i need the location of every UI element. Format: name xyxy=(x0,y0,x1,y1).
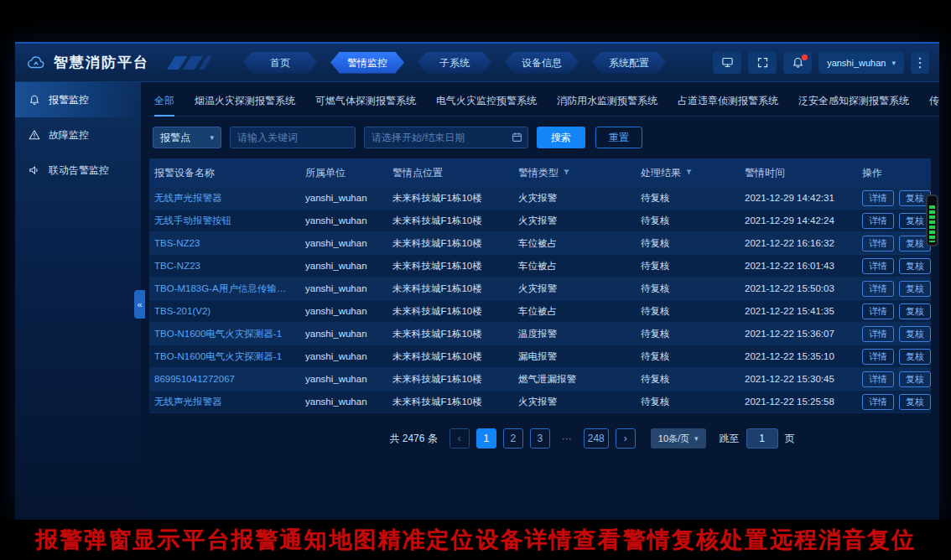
page-button[interactable]: 248 xyxy=(584,428,609,449)
device-name-link[interactable]: TBO-N1600电气火灾探测器-1 xyxy=(149,350,300,363)
system-tab[interactable]: 烟温火灾探测报警系统 xyxy=(195,94,295,108)
sidebar-collapse-handle[interactable]: « xyxy=(134,290,145,319)
nav-subsystems[interactable]: 子系统 xyxy=(418,52,491,74)
time-cell: 2021-12-22 15:36:07 xyxy=(740,329,857,339)
detail-button[interactable]: 详情 xyxy=(862,349,894,365)
review-button[interactable]: 复核 xyxy=(899,303,931,319)
device-name-link[interactable]: 无线声光报警器 xyxy=(149,192,300,205)
main-nav: 首页 警情监控 子系统 设备信息 系统配置 xyxy=(243,52,666,74)
result-cell: 待复核 xyxy=(636,237,740,250)
filter-funnel-icon[interactable] xyxy=(563,167,570,179)
col-alarm-type[interactable]: 警情类型 xyxy=(513,166,636,180)
time-cell: 2021-12-22 16:16:32 xyxy=(740,238,857,248)
sidebar-item-alarm-monitor[interactable]: 报警监控 xyxy=(15,82,141,117)
alarm-type-cell: 温度报警 xyxy=(513,328,636,340)
reset-button[interactable]: 重置 xyxy=(595,127,642,148)
system-tab[interactable]: 全部 xyxy=(154,94,174,108)
prev-page-button[interactable]: ‹ xyxy=(450,428,470,449)
sidebar-item-linkage-alarm-monitor[interactable]: 联动告警监控 xyxy=(15,153,141,188)
sidebar-item-fault-monitor[interactable]: 故障监控 xyxy=(15,117,141,153)
table-row: TBO-M183G-A用户信息传输系统(外部化) yanshi_wuhan 未来… xyxy=(149,277,931,300)
device-name-link[interactable]: 无线声光报警器 xyxy=(149,396,300,408)
device-name-link[interactable]: 无线手动报警按钮 xyxy=(149,215,300,227)
user-menu[interactable]: yanshi_wuhan ▾ xyxy=(818,52,904,74)
date-range-picker[interactable] xyxy=(364,127,528,148)
result-cell: 待复核 xyxy=(636,328,740,340)
more-menu-button[interactable]: ⋮ xyxy=(911,52,929,74)
search-button[interactable]: 搜索 xyxy=(537,127,585,148)
device-name-link[interactable]: TBO-N1600电气火灾探测器-1 xyxy=(149,328,300,340)
filter-bar: 报警点 ▾ 搜索 重置 xyxy=(153,127,939,148)
device-name-link[interactable]: TBC-NZ23 xyxy=(149,261,300,271)
page-size-select[interactable]: 10条/页 ▾ xyxy=(651,428,706,449)
review-button[interactable]: 复核 xyxy=(899,326,931,342)
system-tab[interactable]: 消防用水监测预警系统 xyxy=(557,94,657,108)
fullscreen-button[interactable] xyxy=(748,52,777,74)
review-button[interactable]: 复核 xyxy=(899,371,931,387)
alarm-type-cell: 火灾报警 xyxy=(513,283,636,295)
system-tab[interactable]: 电气火灾监控预警系统 xyxy=(436,94,537,108)
category-select-value: 报警点 xyxy=(160,131,190,145)
calendar-icon xyxy=(512,132,522,143)
device-name-link[interactable]: TBS-201(V2) xyxy=(149,306,300,316)
page-button[interactable]: 3 xyxy=(530,428,550,449)
review-button[interactable]: 复核 xyxy=(899,394,931,410)
table-row: 无线手动报警按钮 yanshi_wuhan 未来科技城F1栋10楼 火灾报警 待… xyxy=(149,210,931,232)
result-cell: 待复核 xyxy=(636,192,740,205)
unit-cell: yanshi_wuhan xyxy=(300,215,387,226)
chevron-down-icon: ▾ xyxy=(891,59,896,67)
result-cell: 待复核 xyxy=(636,373,740,386)
unit-cell: yanshi_wuhan xyxy=(300,351,387,361)
table-body: 无线声光报警器 yanshi_wuhan 未来科技城F1栋10楼 火灾报警 待复… xyxy=(149,187,931,413)
nav-device-info[interactable]: 设备信息 xyxy=(505,52,579,74)
time-cell: 2021-12-29 14:42:31 xyxy=(740,193,857,203)
keyword-input[interactable] xyxy=(230,127,356,148)
system-tab[interactable]: 泛安全感知探测报警系统 xyxy=(798,94,909,108)
nav-alarm-monitor[interactable]: 警情监控 xyxy=(330,52,404,74)
sidebar-item-label: 报警监控 xyxy=(49,93,89,107)
detail-button[interactable]: 详情 xyxy=(862,394,894,410)
col-operations: 操作 xyxy=(857,166,931,180)
location-cell: 未来科技城F1栋10楼 xyxy=(387,283,513,295)
page-button[interactable]: 2 xyxy=(503,428,523,449)
notification-bell-button[interactable] xyxy=(783,52,812,74)
filter-funnel-icon[interactable] xyxy=(685,167,693,179)
device-name-link[interactable]: TBO-M183G-A用户信息传输系统(外部化) xyxy=(149,283,300,295)
page-button[interactable]: 1 xyxy=(476,428,496,449)
feature-banner-item: 警情复核处置 xyxy=(623,525,769,555)
detail-button[interactable]: 详情 xyxy=(862,326,894,342)
category-select[interactable]: 报警点 ▾ xyxy=(153,127,221,148)
platform-title: 智慧消防平台 xyxy=(54,53,149,72)
device-name-link[interactable]: TBS-NZ23 xyxy=(149,238,300,248)
location-cell: 未来科技城F1栋10楼 xyxy=(387,192,513,205)
nav-home[interactable]: 首页 xyxy=(243,52,317,74)
review-button[interactable]: 复核 xyxy=(899,281,931,297)
result-cell: 待复核 xyxy=(636,350,740,363)
detail-button[interactable]: 详情 xyxy=(862,236,894,251)
system-tab[interactable]: 传统消防接入报警系统 xyxy=(929,94,939,108)
col-result[interactable]: 处理结果 xyxy=(636,166,740,180)
review-button[interactable]: 复核 xyxy=(899,258,931,274)
pagination: 共 2476 条 ‹ 1 2 3 ··· 248 › xyxy=(149,428,939,449)
review-button[interactable]: 复核 xyxy=(899,349,931,365)
date-range-input[interactable] xyxy=(364,127,528,148)
detail-button[interactable]: 详情 xyxy=(862,258,894,274)
system-tab[interactable]: 占道违章侦测报警系统 xyxy=(678,94,778,108)
detail-button[interactable]: 详情 xyxy=(862,190,894,206)
fault-monitor-icon xyxy=(29,129,40,141)
monitor-screen-button[interactable] xyxy=(713,52,741,74)
nav-system-config[interactable]: 系统配置 xyxy=(592,52,666,74)
jump-page-input[interactable] xyxy=(746,428,778,449)
device-name-link[interactable]: 869951041272067 xyxy=(149,374,300,384)
chevron-down-icon: ▾ xyxy=(210,133,214,142)
next-page-button[interactable]: › xyxy=(616,428,636,449)
unit-cell: yanshi_wuhan xyxy=(300,193,387,203)
detail-button[interactable]: 详情 xyxy=(862,213,894,229)
detail-button[interactable]: 详情 xyxy=(862,281,894,297)
detail-button[interactable]: 详情 xyxy=(862,303,894,319)
total-count: 共 2476 条 xyxy=(389,432,437,446)
detail-button[interactable]: 详情 xyxy=(862,371,894,387)
page-button[interactable]: ··· xyxy=(557,428,577,449)
system-tab[interactable]: 可燃气体探测报警系统 xyxy=(315,94,416,108)
header-actions: yanshi_wuhan ▾ ⋮ xyxy=(713,52,929,74)
